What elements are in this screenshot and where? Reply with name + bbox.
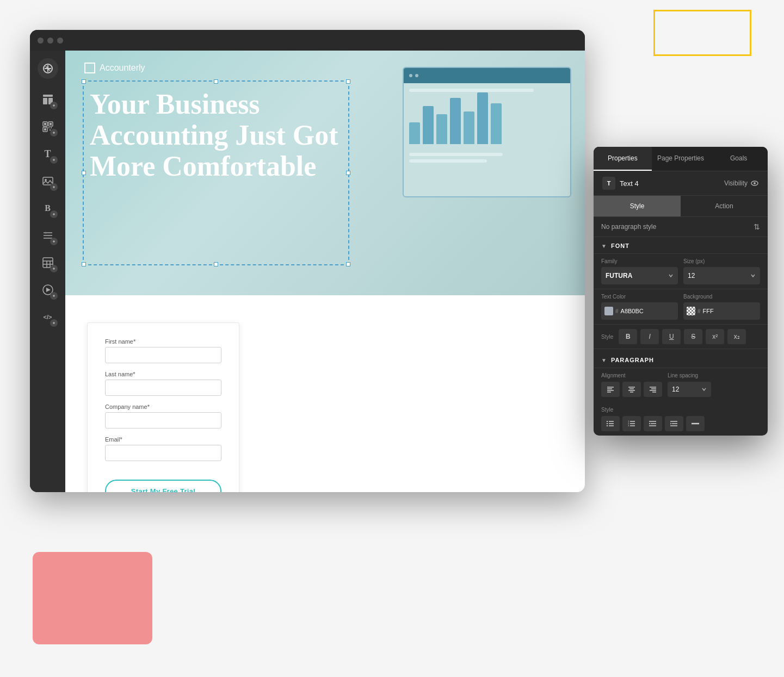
bold-button[interactable]: B bbox=[619, 329, 637, 344]
sidebar-logo-icon[interactable] bbox=[38, 58, 58, 79]
para-style-arrow[interactable]: ⇅ bbox=[754, 222, 760, 231]
subscript-button[interactable]: x₂ bbox=[727, 329, 746, 344]
list-badge bbox=[50, 238, 58, 245]
window-dot-3 bbox=[57, 38, 63, 44]
hero-mockup bbox=[403, 67, 571, 197]
unordered-list-button[interactable] bbox=[601, 416, 620, 431]
para-style-value: No paragraph style bbox=[601, 223, 754, 231]
hero-section: Accounterly Your Business Accounting bbox=[65, 51, 585, 295]
tab-properties[interactable]: Properties bbox=[594, 147, 652, 171]
code-badge bbox=[50, 319, 58, 327]
svg-point-22 bbox=[45, 232, 46, 234]
mockup-line-1 bbox=[409, 89, 534, 92]
align-left-button[interactable] bbox=[601, 382, 620, 397]
text-color-input[interactable]: # A8B0BC bbox=[601, 302, 678, 320]
sidebar-video-icon[interactable] bbox=[36, 278, 60, 302]
input-firstname[interactable] bbox=[105, 347, 221, 363]
cta-button[interactable]: Start My Free Trial bbox=[105, 480, 221, 492]
bg-color-value: FFF bbox=[703, 308, 714, 314]
handle-tm[interactable] bbox=[214, 79, 218, 84]
handle-mr[interactable] bbox=[346, 171, 350, 175]
field-firstname: First name* bbox=[105, 338, 221, 363]
underline-button[interactable]: U bbox=[662, 329, 681, 344]
tab-goals[interactable]: Goals bbox=[709, 147, 768, 171]
svg-rect-10 bbox=[44, 123, 46, 125]
sidebar-text-icon[interactable]: T bbox=[36, 142, 60, 166]
ordered-list-button[interactable]: 1.2.3. bbox=[622, 416, 641, 431]
mockup-dot-1 bbox=[409, 74, 412, 77]
svg-rect-14 bbox=[51, 127, 52, 128]
list-style-label: Style bbox=[601, 407, 760, 413]
sidebar-image-icon[interactable] bbox=[36, 169, 60, 193]
image-badge bbox=[50, 183, 58, 191]
svg-rect-13 bbox=[48, 127, 50, 128]
tab-page-properties[interactable]: Page Properties bbox=[652, 147, 710, 171]
line-spacing-label: Line spacing bbox=[668, 372, 760, 378]
sidebar-list-icon[interactable] bbox=[36, 223, 60, 247]
headline-line2: Accounting Just Got bbox=[90, 120, 340, 151]
text-color-swatch bbox=[604, 307, 613, 315]
font-collapse-icon[interactable]: ▼ bbox=[601, 243, 607, 249]
mockup-line-3 bbox=[409, 159, 487, 163]
handle-tl[interactable] bbox=[82, 79, 86, 84]
handle-bl[interactable] bbox=[82, 262, 86, 266]
form-card: First name* Last name* Company name* Ema… bbox=[87, 322, 239, 492]
align-center-button[interactable] bbox=[622, 382, 641, 397]
paragraph-style-row: No paragraph style ⇅ bbox=[594, 217, 768, 237]
hero-headline: Your Business Accounting Just Got More C… bbox=[90, 89, 340, 182]
sidebar-layout-icon[interactable] bbox=[36, 88, 60, 111]
bar-7 bbox=[491, 103, 502, 144]
handle-br[interactable] bbox=[346, 262, 350, 266]
handle-bm[interactable] bbox=[214, 262, 218, 266]
color-row: Text Color # A8B0BC Background # FFF bbox=[594, 289, 768, 325]
size-label: Size (px) bbox=[683, 258, 760, 264]
list-buttons: 1.2.3. bbox=[601, 416, 760, 431]
field-email: Email* bbox=[105, 436, 221, 461]
label-lastname: Last name* bbox=[105, 371, 221, 377]
bg-color-input[interactable]: # FFF bbox=[683, 302, 760, 320]
label-company: Company name* bbox=[105, 403, 221, 410]
font-size-value: 12 bbox=[688, 272, 695, 280]
indent-button[interactable] bbox=[665, 416, 683, 431]
handle-tr[interactable] bbox=[346, 79, 350, 84]
text-color-col: Text Color # A8B0BC bbox=[601, 294, 678, 320]
horizontal-rule-button[interactable] bbox=[686, 416, 705, 431]
headline-line1: Your Business bbox=[90, 89, 340, 120]
size-chevron-icon bbox=[750, 273, 756, 278]
input-company[interactable] bbox=[105, 412, 221, 428]
element-type-icon: T bbox=[602, 177, 615, 190]
handle-ml[interactable] bbox=[82, 171, 86, 175]
line-spacing-input[interactable]: 12 bbox=[668, 382, 711, 397]
font-family-size-row: Family FUTURA Size (px) 12 bbox=[594, 254, 768, 289]
superscript-button[interactable]: x² bbox=[706, 329, 724, 344]
align-right-button[interactable] bbox=[644, 382, 662, 397]
subtab-action[interactable]: Action bbox=[681, 196, 768, 216]
eye-icon bbox=[750, 179, 759, 188]
panel-body: No paragraph style ⇅ ▼ FONT Family FUTUR… bbox=[594, 217, 768, 436]
field-lastname: Last name* bbox=[105, 371, 221, 396]
sidebar-table-icon[interactable] bbox=[36, 251, 60, 275]
strikethrough-button[interactable]: S bbox=[684, 329, 702, 344]
subtab-style[interactable]: Style bbox=[594, 196, 681, 216]
text-color-hash: # bbox=[615, 308, 619, 314]
visibility-toggle[interactable]: Visibility bbox=[724, 179, 759, 188]
bg-color-swatch bbox=[687, 307, 695, 315]
text-color-value: A8B0BC bbox=[621, 308, 644, 314]
svg-point-31 bbox=[754, 182, 756, 184]
bar-2 bbox=[423, 106, 434, 144]
sidebar-qr-icon[interactable] bbox=[36, 115, 60, 139]
line-spacing-value: 12 bbox=[672, 386, 679, 393]
input-email[interactable] bbox=[105, 445, 221, 461]
mockup-header bbox=[404, 68, 570, 83]
italic-button[interactable]: I bbox=[640, 329, 659, 344]
font-size-select[interactable]: 12 bbox=[683, 267, 760, 284]
outdent-button[interactable] bbox=[644, 416, 662, 431]
font-family-select[interactable]: FUTURA bbox=[601, 267, 678, 284]
input-lastname[interactable] bbox=[105, 380, 221, 396]
field-company: Company name* bbox=[105, 403, 221, 428]
sidebar-code-icon[interactable]: </> bbox=[36, 305, 60, 329]
list-style-section: Style 1.2.3. bbox=[601, 407, 760, 431]
paragraph-collapse-icon[interactable]: ▼ bbox=[601, 357, 607, 363]
sidebar-brand-icon[interactable]: B bbox=[36, 196, 60, 220]
chevron-down-icon bbox=[668, 273, 674, 278]
